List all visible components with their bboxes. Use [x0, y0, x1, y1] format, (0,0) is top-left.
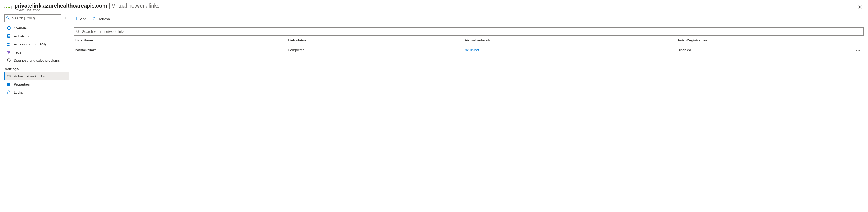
svg-point-16 — [8, 51, 8, 52]
svg-line-7 — [9, 19, 10, 20]
sidebar-item-label: Access control (IAM) — [14, 42, 46, 46]
column-header-link-name[interactable]: Link Name — [74, 35, 286, 45]
sidebar-item-label: Diagnose and solve problems — [14, 58, 60, 62]
title-separator: | — [109, 3, 110, 9]
page-title: privatelink.azurehealthcareapis.com — [14, 3, 107, 9]
title-more-button[interactable]: ··· — [161, 4, 168, 8]
command-bar: Add Refresh — [74, 14, 864, 25]
sidebar-item-label: Overview — [14, 26, 28, 30]
svg-point-2 — [7, 7, 9, 8]
sidebar-item-overview[interactable]: Overview — [4, 24, 69, 32]
svg-rect-25 — [9, 83, 10, 86]
sidebar-collapse-button[interactable] — [63, 15, 69, 21]
svg-point-3 — [9, 7, 10, 8]
chevron-double-left-icon — [64, 17, 67, 20]
cell-link-status: Completed — [286, 45, 463, 55]
svg-rect-13 — [8, 37, 9, 37]
sidebar-item-tags[interactable]: Tags — [4, 48, 69, 56]
locks-icon — [7, 90, 11, 95]
sidebar-group-label-settings: Settings — [5, 67, 69, 71]
resource-type-label: Private DNS zone — [14, 8, 168, 12]
refresh-button[interactable]: Refresh — [91, 15, 111, 23]
svg-rect-23 — [7, 83, 8, 86]
close-button[interactable] — [856, 3, 864, 11]
properties-icon — [7, 82, 11, 86]
table-row[interactable]: naf3taikjymkq Completed bx01vnet Disable… — [74, 45, 864, 55]
page-header: privatelink.azurehealthcareapis.com | Vi… — [4, 3, 864, 12]
svg-point-21 — [9, 76, 9, 77]
row-more-button[interactable]: ··· — [853, 45, 864, 55]
svg-point-29 — [76, 30, 79, 32]
main-content: Add Refresh Link Name Link status — [74, 14, 864, 96]
sidebar-item-label: Activity log — [14, 34, 30, 38]
svg-rect-11 — [8, 35, 10, 36]
svg-point-15 — [9, 43, 10, 44]
svg-rect-12 — [8, 36, 10, 36]
plus-icon — [75, 17, 79, 21]
column-header-link-status[interactable]: Link status — [286, 35, 463, 45]
column-header-actions — [853, 35, 864, 45]
svg-point-1 — [6, 7, 7, 8]
access-control-icon — [7, 42, 11, 46]
svg-point-20 — [8, 76, 9, 77]
cell-virtual-network-link[interactable]: bx01vnet — [463, 45, 676, 55]
sidebar-item-locks[interactable]: Locks — [4, 88, 69, 96]
sidebar-item-label: Tags — [14, 50, 21, 54]
cell-auto-registration: Disabled — [676, 45, 853, 55]
list-search[interactable] — [74, 27, 864, 35]
svg-rect-9 — [8, 27, 10, 29]
sidebar-item-label: Properties — [14, 82, 30, 86]
svg-line-30 — [79, 32, 80, 33]
sidebar-item-label: Virtual network links — [14, 74, 44, 78]
sidebar-item-access-control[interactable]: Access control (IAM) — [4, 40, 69, 48]
svg-point-22 — [9, 76, 10, 77]
activity-log-icon — [7, 34, 11, 38]
ellipsis-icon: ··· — [856, 48, 861, 53]
vnet-links-icon — [7, 74, 11, 78]
svg-point-18 — [9, 59, 9, 59]
tags-icon — [7, 50, 11, 54]
sidebar: Overview Activity log Access control (IA… — [4, 14, 69, 96]
svg-rect-26 — [7, 92, 10, 94]
svg-point-14 — [7, 43, 9, 44]
refresh-button-label: Refresh — [98, 17, 110, 21]
sidebar-search[interactable] — [4, 14, 61, 22]
add-button[interactable]: Add — [74, 15, 87, 23]
refresh-icon — [92, 17, 96, 21]
search-icon — [6, 16, 10, 20]
svg-point-6 — [7, 17, 9, 19]
sidebar-item-properties[interactable]: Properties — [4, 80, 69, 88]
close-icon — [858, 5, 862, 9]
list-search-input[interactable] — [82, 29, 861, 34]
sidebar-item-diagnose[interactable]: Diagnose and solve problems — [4, 56, 69, 64]
search-icon — [76, 30, 80, 33]
overview-icon — [7, 26, 11, 30]
resource-type-icon — [4, 4, 12, 11]
page-subtitle: Virtual network links — [112, 3, 159, 9]
sidebar-item-vnet-links[interactable]: Virtual network links — [4, 72, 69, 80]
column-header-auto-registration[interactable]: Auto-Registration — [676, 35, 853, 45]
cell-link-name: naf3taikjymkq — [74, 45, 286, 55]
sidebar-item-label: Locks — [14, 90, 23, 95]
table-header-row: Link Name Link status Virtual network Au… — [74, 35, 864, 45]
sidebar-search-input[interactable] — [11, 16, 59, 21]
svg-rect-24 — [8, 83, 9, 86]
add-button-label: Add — [80, 17, 86, 21]
column-header-virtual-network[interactable]: Virtual network — [463, 35, 676, 45]
diagnose-icon — [7, 58, 11, 62]
sidebar-item-activity-log[interactable]: Activity log — [4, 32, 69, 40]
